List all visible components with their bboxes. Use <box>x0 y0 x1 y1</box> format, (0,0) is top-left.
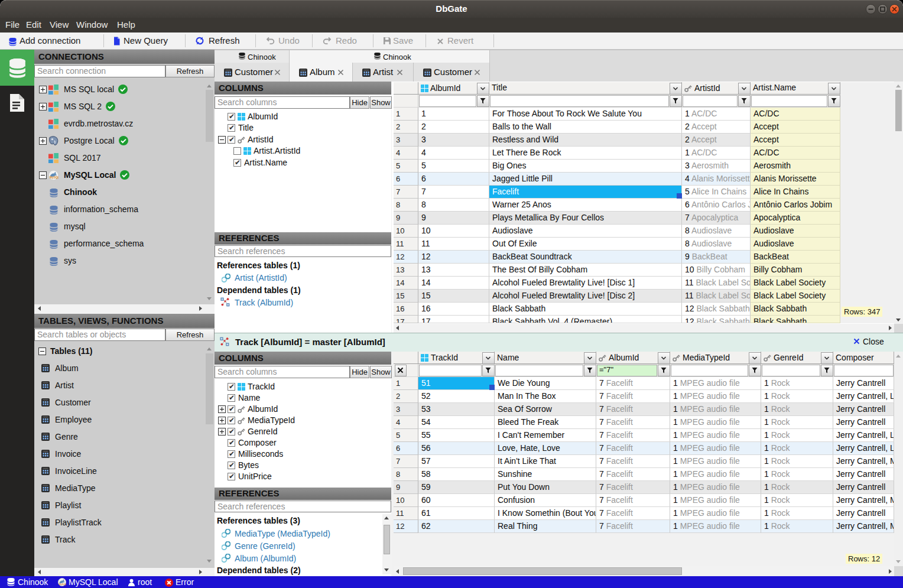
svg-text:MySQL: MySQL <box>59 583 66 586</box>
svg-text:MySQL: MySQL <box>50 176 59 179</box>
